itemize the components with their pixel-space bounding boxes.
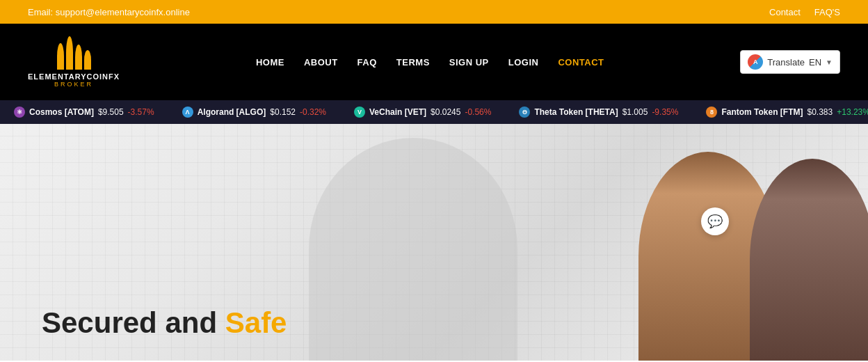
ticker-item: V VeChain [VET] $0.0245 -0.56% [340, 107, 505, 118]
top-bar-links: Contact FAQ'S [769, 7, 840, 17]
nav-links: HOME ABOUT FAQ TERMS SIGN UP LOGIN CONTA… [256, 57, 604, 68]
ticker-coin-price: $0.383 [807, 107, 833, 117]
top-faqs-link[interactable]: FAQ'S [814, 7, 840, 17]
translate-button[interactable]: A Translate EN ▼ [740, 50, 840, 74]
hero-silhouette [309, 138, 517, 361]
nav-login[interactable]: LOGIN [508, 57, 539, 68]
email-label: Email: support@elementarycoinfx.online [28, 7, 190, 17]
hero-title-part1: Secured and [42, 306, 225, 339]
hero-title: Secured and Safe [42, 306, 287, 340]
logo-bar-1 [57, 43, 64, 70]
nav-terms[interactable]: TERMS [396, 57, 430, 68]
ticker-coin-price: $1.005 [622, 107, 648, 117]
nav-about[interactable]: ABOUT [304, 57, 338, 68]
ticker-coin-name: Theta Token [THETA] [534, 107, 618, 117]
logo-text: ELEMENTARYCOINFX [28, 72, 120, 81]
lang-label: EN [809, 57, 821, 68]
translate-label: Translate [767, 57, 805, 68]
nav-signup[interactable]: SIGN UP [449, 57, 489, 68]
ticker-coin-change: +13.23% [837, 107, 868, 117]
ticker-coin-change: -0.32% [300, 107, 326, 117]
hero-section: Secured and Safe 💬 [0, 124, 868, 361]
ticker-item: Θ Theta Token [THETA] $1.005 -9.35% [505, 107, 692, 118]
ticker-coin-icon: V [354, 107, 365, 118]
ticker-coin-name: Fantom Token [FTM] [721, 107, 803, 117]
hero-people: 💬 [590, 138, 868, 361]
ticker-coin-icon: Λ [182, 107, 193, 118]
top-contact-link[interactable]: Contact [769, 7, 801, 17]
nav-home[interactable]: HOME [256, 57, 284, 68]
ticker-coin-icon: ⚛ [14, 107, 25, 118]
ticker-track: ⚛ Cosmos [ATOM] $9.505 -3.57% Λ Algorand… [0, 107, 868, 118]
logo-sub: BROKER [54, 81, 93, 88]
logo-area[interactable]: ELEMENTARYCOINFX BROKER [28, 36, 120, 88]
hero-text-area: Secured and Safe [42, 306, 287, 340]
ticker-item: 8 Fantom Token [FTM] $0.383 +13.23% [692, 107, 868, 118]
ticker-coin-price: $0.152 [270, 107, 296, 117]
top-bar: Email: support@elementarycoinfx.online C… [0, 0, 868, 24]
ticker-coin-change: -0.56% [465, 107, 491, 117]
ticker-coin-name: VeChain [VET] [369, 107, 426, 117]
ticker-coin-price: $0.0245 [431, 107, 460, 117]
ticker-item: ⚛ Cosmos [ATOM] $9.505 -3.57% [0, 107, 168, 118]
ticker-coin-price: $9.505 [98, 107, 124, 117]
nav-faq[interactable]: FAQ [357, 57, 377, 68]
ticker-item: Λ Algorand [ALGO] $0.152 -0.32% [168, 107, 340, 118]
ticker-coin-change: -3.57% [128, 107, 154, 117]
ticker-coin-icon: 8 [706, 107, 717, 118]
chat-bubble-icon: 💬 [701, 207, 729, 235]
person-man [750, 159, 868, 361]
ticker-coin-name: Cosmos [ATOM] [29, 107, 94, 117]
logo-bar-2 [66, 36, 73, 70]
ticker-coin-icon: Θ [519, 107, 530, 118]
ticker-bar: ⚛ Cosmos [ATOM] $9.505 -3.57% Λ Algorand… [0, 100, 868, 124]
navbar: ELEMENTARYCOINFX BROKER HOME ABOUT FAQ T… [0, 24, 868, 100]
logo-bar-4 [84, 50, 91, 70]
ticker-coin-name: Algorand [ALGO] [198, 107, 266, 117]
ticker-coin-change: -9.35% [652, 107, 678, 117]
translate-icon: A [748, 54, 763, 70]
chevron-down-icon: ▼ [826, 58, 833, 66]
logo-icon [57, 36, 91, 70]
logo-bar-3 [75, 45, 82, 70]
nav-contact[interactable]: CONTACT [558, 57, 604, 68]
hero-title-highlight: Safe [225, 306, 287, 339]
